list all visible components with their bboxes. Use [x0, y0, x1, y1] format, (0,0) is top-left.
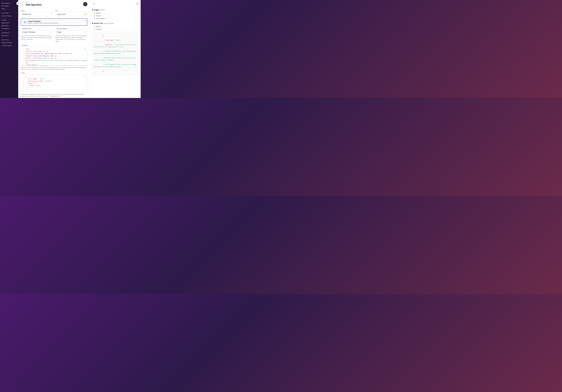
code-line-2: 2 <p>Hi {# first_name #}!</p>: [21, 50, 87, 53]
options-expand-row[interactable]: ▶ Options: [92, 12, 139, 14]
data-toolbar: ≡+: [83, 75, 86, 78]
liquid-card-description: Render dynamic content using Liquid temp…: [28, 22, 58, 24]
sidebar: Virtual Agent O... ✕ Data Model Flows Us…: [0, 0, 18, 98]
data-line-6: 6 }: [21, 87, 87, 89]
template-toolbar: ≡+: [83, 48, 86, 50]
sidebar-item-appearance[interactable]: Appearance: [0, 22, 18, 24]
data-line-7: 7 }: [21, 89, 87, 92]
liquid-card-text: Liquid Template Render dynamic content u…: [28, 20, 58, 24]
template-code-content: 1 <div> 2 <p>Hi {# first_name #}!</p> 3 …: [21, 47, 87, 65]
operation-mode-hint-group: Choose processing mode. Single: render o…: [55, 35, 87, 44]
code-line-8: 8 <p>The Team</p>: [21, 64, 87, 65]
data-editor[interactable]: ≡+ 1 { 2 "first_name": "John", 3 "confir…: [21, 74, 87, 93]
sidebar-item-settings[interactable]: Settings: [0, 19, 18, 22]
liquid-card-title: Liquid Template: [28, 20, 58, 22]
modal-header-left: ℹ Test Edit Operation: [21, 2, 42, 6]
name-input[interactable]: [21, 12, 53, 16]
data-line-4: 4 "ticket": {: [21, 82, 87, 85]
close-icon: ✕: [93, 3, 95, 5]
confirm-button[interactable]: ✓: [83, 2, 87, 6]
code-line-7: 7 <hr>: [21, 62, 87, 64]
render-payload-label: Payload: [96, 28, 101, 30]
sidebar-item-flows[interactable]: Flows: [0, 7, 18, 10]
accountability-expand-row[interactable]: ▶ Accountability: [92, 17, 139, 20]
sidebar-item-contact-support[interactable]: Contact Support: [0, 44, 18, 47]
render-test-section: Render Test Liquid Template ▶ Options ▼ …: [92, 23, 139, 76]
template-scrollbar[interactable]: [21, 65, 87, 66]
checkmark-icon: ✓: [84, 3, 86, 5]
template-hint: Enter your Liquid template here. Use {# …: [21, 67, 87, 70]
accountability-label: Accountability: [96, 18, 105, 19]
liquid-template-card: 💧 Liquid Template Render dynamic content…: [21, 18, 87, 26]
key-icon: 🔑: [84, 13, 86, 15]
options-label: Options: [96, 12, 101, 14]
name-label: Name: [21, 10, 53, 12]
template-toolbar-button[interactable]: ≡+: [83, 48, 86, 50]
sidebar-item-access-policies[interactable]: Access Policies: [0, 14, 18, 17]
sidebar-item-translations[interactable]: Translations: [0, 27, 18, 30]
key-input-wrapper: 🔑: [55, 12, 87, 16]
panel-icon: ☑: [137, 2, 139, 5]
sidebar-item-extensions[interactable]: Extensions: [0, 34, 18, 37]
modal-subtitle: Test: [26, 2, 42, 3]
template-mode-hint-group: Choose how to provide the Liquid templat…: [21, 35, 53, 44]
template-editor[interactable]: ≡+ 1 <div> 2 <p>Hi {# first_name #}!</p>…: [21, 47, 87, 66]
render-options-expand[interactable]: ▶ Options: [92, 25, 139, 28]
template-section-label: * Template: [21, 45, 87, 46]
sidebar-item-request-feature[interactable]: Request Feature: [0, 41, 18, 44]
render-test-row: Render Test Liquid Template: [92, 23, 139, 24]
data-code-content: 1 { 2 "first_name": "John", 3 "confirmat…: [21, 75, 87, 93]
panel-close-button[interactable]: ✕: [92, 2, 96, 5]
payload-expand-row[interactable]: ▶ Payload: [92, 14, 139, 17]
liquid-card-close-button[interactable]: ✕: [84, 20, 86, 22]
data-line-2: 2 "first_name": "John",: [21, 78, 87, 80]
sidebar-item-bookmarks[interactable]: Bookmarks: [0, 24, 18, 27]
trigger-section: Trigger Manual ▶ Options ▶ Payload ▶ Acc…: [92, 9, 139, 20]
liquid-icon: 💧: [23, 20, 26, 24]
sidebar-item-report-bug[interactable]: Report Bug: [0, 38, 18, 41]
template-mode-group: * Template Mode Custom Template Saved Te…: [21, 28, 53, 34]
sidebar-title: Virtual Agent O...: [0, 2, 18, 5]
render-options-label: Options: [96, 26, 101, 27]
data-line-3: 3 "confirmation_code": "HIJKLM",: [21, 80, 87, 82]
code-line-6: 6 <p><strong><a href="https://yoururlher…: [21, 59, 87, 62]
render-test-tag: Liquid Template: [104, 23, 114, 24]
chevron-right-icon: ▶: [94, 26, 95, 27]
operation-mode-label: * Operation Mode: [55, 28, 87, 29]
data-toolbar-button[interactable]: ≡+: [83, 75, 86, 78]
close-icon: ✕: [17, 2, 19, 4]
render-test-dot: [92, 23, 93, 24]
payload-label: Payload: [96, 15, 101, 16]
key-input[interactable]: [55, 12, 87, 16]
right-panel-header: ✕ ☑: [90, 0, 141, 7]
sidebar-item-data-model[interactable]: Data Model: [0, 5, 18, 7]
key-label: Key: [55, 10, 87, 12]
chevron-right-icon: ▶: [94, 12, 95, 14]
template-mode-select[interactable]: Custom Template Saved Template: [21, 30, 53, 34]
sidebar-item-marketplace[interactable]: Marketplace: [0, 31, 18, 34]
modal-header-text: Test Edit Operation: [26, 2, 42, 6]
trigger-row: Trigger Manual: [92, 9, 139, 11]
info-icon: ℹ: [21, 2, 24, 6]
chevron-right-icon: ▶: [94, 15, 95, 16]
template-mode-label: * Template Mode: [21, 28, 53, 29]
render-test-label: Render Test: [94, 23, 103, 24]
hints-row: Choose how to provide the Liquid templat…: [21, 35, 87, 44]
section-divider: [92, 21, 139, 22]
data-section-label: * Data: [21, 72, 87, 74]
operation-mode-hint: Choose processing mode. Single: render o…: [55, 35, 87, 42]
data-hint: JSON data to populate the template. Form…: [21, 93, 87, 97]
code-line-1: 1 <div>: [21, 48, 87, 50]
text-icon: T: [51, 13, 52, 15]
mode-row: * Template Mode Custom Template Saved Te…: [21, 28, 87, 34]
sidebar-item-user-roles[interactable]: User Roles: [0, 12, 18, 14]
key-group: Key 🔑: [55, 10, 87, 16]
name-key-row: Name T Key 🔑: [21, 10, 87, 16]
operation-mode-select[interactable]: Single Batch: [55, 30, 87, 34]
operation-mode-group: * Operation Mode Single Batch: [55, 28, 87, 34]
data-line-1: 1 {: [21, 76, 87, 78]
chevron-down-icon: ▼: [94, 29, 95, 30]
payload-content: { "first_name": "John", "template": "<di…: [92, 31, 139, 76]
sidebar-close-button[interactable]: ✕: [16, 1, 20, 5]
render-payload-expand[interactable]: ▼ Payload: [92, 28, 139, 31]
